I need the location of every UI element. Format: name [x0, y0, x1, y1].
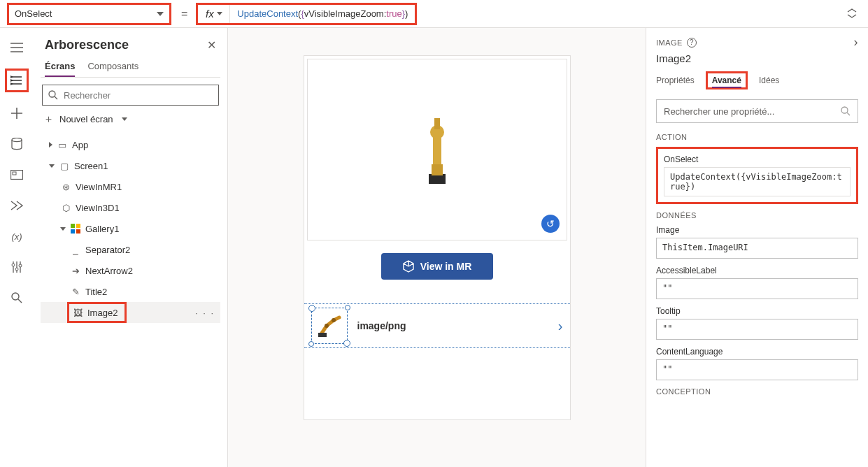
gallery-thumbnail-selected[interactable]	[311, 308, 348, 344]
search-icon	[48, 90, 58, 100]
tab-ideas[interactable]: Idées	[759, 73, 779, 88]
view-in-mr-label: View in MR	[420, 261, 472, 272]
tab-components[interactable]: Composants	[87, 61, 138, 77]
data-icon[interactable]	[7, 134, 27, 154]
prop-tooltip-label: Tooltip	[656, 306, 858, 316]
formula-input-wrap: fx UpdateContext({vVisibleImageZoom:true…	[196, 3, 417, 25]
svg-rect-9	[76, 224, 80, 228]
svg-point-7	[49, 91, 55, 97]
robot-arm-icon	[317, 313, 342, 338]
advanced-tools-icon[interactable]	[7, 257, 27, 277]
tree-node-label: Gallery1	[85, 224, 119, 234]
chevron-down-icon	[122, 117, 127, 121]
tree-node-screen1[interactable]: ▢ Screen1	[41, 155, 220, 176]
power-automate-icon[interactable]	[7, 196, 27, 215]
svg-rect-10	[71, 229, 75, 234]
tree-node-app[interactable]: ▭ App	[41, 134, 220, 155]
view-in-mr-button[interactable]: View in MR	[381, 253, 493, 280]
svg-rect-14	[433, 136, 441, 164]
chevron-right-icon[interactable]: ›	[558, 318, 563, 334]
cube-icon	[402, 260, 415, 273]
formula-bar: OnSelect = fx UpdateContext({vVisibleIma…	[0, 0, 868, 28]
media-icon[interactable]	[7, 165, 27, 185]
app-preview: ↺ View in MR image/png ›	[304, 56, 570, 419]
prop-contentlanguage-label: ContentLanguage	[656, 347, 858, 357]
section-data: DONNÉES	[656, 211, 858, 220]
section-design: CONCEPTION	[656, 387, 858, 396]
tree-node-title2[interactable]: ✎ Title2	[41, 281, 220, 302]
chevron-down-icon	[157, 12, 164, 16]
more-icon[interactable]: · · ·	[195, 308, 215, 318]
tab-screens[interactable]: Écrans	[45, 61, 75, 77]
svg-point-20	[841, 107, 848, 113]
tree-node-label: ViewIn3D1	[76, 203, 120, 213]
svg-point-17	[325, 324, 329, 328]
svg-rect-8	[71, 224, 75, 228]
new-screen-label: Nouvel écran	[59, 114, 113, 124]
svg-point-3	[12, 264, 15, 266]
property-selector-label: OnSelect	[15, 8, 52, 19]
prop-image: Image ThisItem.ImageURI	[656, 225, 858, 259]
3d-viewer[interactable]: ↺	[307, 59, 567, 240]
prop-contentlanguage-value[interactable]: ""	[656, 359, 858, 380]
tree-node-viewin3d1[interactable]: ⬡ ViewIn3D1	[41, 197, 220, 218]
tree-node-viewinmr1[interactable]: ⊛ ViewInMR1	[41, 176, 220, 197]
tree-node-nextarrow2[interactable]: ➔ NextArrow2	[41, 260, 220, 281]
chevron-right-icon[interactable]: ›	[854, 35, 859, 50]
variables-icon[interactable]: (x)	[7, 227, 27, 246]
svg-rect-2	[13, 172, 16, 175]
svg-rect-13	[432, 164, 443, 175]
prop-image-value[interactable]: ThisItem.ImageURI	[656, 238, 858, 259]
tree-view-icon[interactable]	[5, 69, 29, 92]
separator-icon: ⎯	[70, 245, 81, 255]
prop-onselect-value[interactable]: UpdateContext({vVisibleImageZoom:true})	[664, 167, 851, 196]
fx-button[interactable]: fx	[198, 5, 230, 23]
tree: ▭ App ▢ Screen1 ⊛ ViewInMR1 ⬡ ViewIn3D1 …	[41, 133, 220, 324]
insert-icon[interactable]	[7, 103, 27, 123]
tree-node-label: ViewInMR1	[76, 182, 122, 192]
tree-node-image2[interactable]: 🖼 Image2 · · ·	[41, 302, 220, 323]
tab-properties[interactable]: Propriétés	[656, 73, 695, 88]
label-icon: ✎	[70, 287, 81, 297]
chevron-right-icon	[49, 142, 52, 148]
svg-point-0	[12, 138, 22, 141]
tree-search-input[interactable]	[64, 90, 213, 101]
prop-accessiblelabel-value[interactable]: ""	[656, 278, 858, 299]
search-icon[interactable]	[7, 288, 27, 308]
prop-accessiblelabel-label: AccessibleLabel	[656, 266, 858, 275]
tree-panel: Arborescence ✕ Écrans Composants ＋ Nouve…	[34, 28, 228, 467]
reset-view-icon[interactable]: ↺	[541, 215, 560, 233]
prop-tooltip-value[interactable]: ""	[656, 319, 858, 340]
svg-point-5	[19, 264, 22, 267]
cube-icon: ⬡	[60, 203, 71, 213]
property-search-placeholder: Rechercher une propriété...	[664, 106, 841, 117]
svg-rect-16	[434, 118, 440, 129]
property-search[interactable]: Rechercher une propriété...	[656, 99, 858, 123]
tree-search[interactable]	[42, 85, 219, 106]
hamburger-icon[interactable]	[7, 38, 27, 57]
svg-rect-11	[76, 229, 80, 234]
arrow-icon: ➔	[70, 266, 81, 276]
close-icon[interactable]: ✕	[207, 38, 216, 52]
prop-contentlanguage: ContentLanguage ""	[656, 347, 858, 380]
new-screen-button[interactable]: ＋ Nouvel écran	[41, 106, 220, 133]
expand-formula-button[interactable]	[846, 8, 858, 20]
tree-node-separator2[interactable]: ⎯ Separator2	[41, 239, 220, 260]
prop-accessiblelabel: AccessibleLabel ""	[656, 266, 858, 299]
tree-node-gallery1[interactable]: Gallery1	[41, 218, 220, 239]
tree-node-label: NextArrow2	[85, 266, 133, 276]
svg-rect-19	[318, 333, 327, 337]
property-selector[interactable]: OnSelect	[7, 3, 171, 25]
chevron-down-icon	[217, 12, 222, 15]
gallery-row[interactable]: image/png ›	[304, 303, 570, 348]
prop-tooltip: Tooltip ""	[656, 306, 858, 340]
tree-node-label: Title2	[85, 287, 107, 297]
formula-input[interactable]: UpdateContext({vVisibleImageZoom:true})	[230, 8, 415, 19]
prop-onselect[interactable]: OnSelect UpdateContext({vVisibleImageZoo…	[656, 147, 858, 204]
tree-tabs: Écrans Composants	[41, 55, 220, 78]
mr-icon: ⊛	[60, 182, 71, 192]
image-icon: 🖼	[72, 308, 83, 318]
help-icon[interactable]: ?	[687, 38, 697, 48]
svg-point-4	[15, 268, 18, 271]
tab-advanced[interactable]: Avancé	[706, 71, 748, 89]
